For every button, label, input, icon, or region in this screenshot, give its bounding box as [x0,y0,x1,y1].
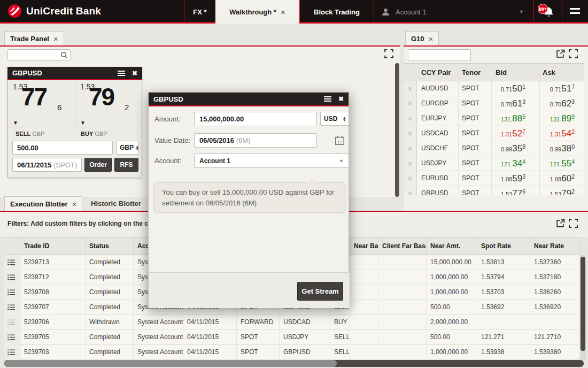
row-actions-icon[interactable] [4,270,20,285]
close-icon[interactable]: × [281,7,285,17]
blotter-cell-spot_rate [477,315,530,330]
row-actions-icon[interactable] [4,255,20,270]
sell-price-tile[interactable]: 1.53 77 6 ▼ [8,80,75,127]
blotter-cell-spot_rate: 121.271 [477,330,530,345]
order-button[interactable]: Order [84,158,112,172]
blotter-column-header-near_rate[interactable]: Near Rate [530,237,580,256]
amount-input[interactable]: 500.00 [12,141,113,155]
popout-icon[interactable] [556,219,565,228]
blotter-column-header-spot_rate[interactable]: Spot Rate [477,237,530,256]
g10-ask-cell[interactable]: 1.53792 [540,186,584,195]
g10-ask-cell[interactable]: 0.70623 [540,96,584,111]
g10-bid-cell[interactable]: 131.885 [492,111,540,126]
tab-trade-panel[interactable]: Trade Panel × [4,31,64,46]
g10-bid-cell[interactable]: 121.344 [492,156,540,171]
g10-bid-cell[interactable]: 0.70613 [492,96,540,111]
blotter-column-header-status[interactable]: Status [86,237,134,256]
blotter-column-header-near_base[interactable]: Near Base [350,237,378,256]
g10-bid-cell[interactable]: 1.53776 [492,186,540,195]
popout-icon[interactable] [556,49,565,58]
g10-column-header-ask[interactable]: Ask [543,68,555,76]
blotter-vertical-scrollbar[interactable] [581,257,585,351]
remove-row-icon[interactable]: × [404,156,417,171]
fullscreen-icon[interactable] [569,49,578,58]
g10-bid-cell[interactable]: 0.71501 [492,81,540,96]
topbar-tab-walkthrough-label: Walkthrough * [229,8,276,16]
row-actions-icon[interactable] [4,345,20,360]
g10-ask-price: 1.53792 [550,190,575,195]
widget-close-icon[interactable]: ✖ [132,70,137,77]
get-stream-button[interactable]: Get Stream [297,282,343,301]
g10-ask-cell[interactable]: 1.08602 [540,171,584,186]
topbar-tab-walkthrough[interactable]: Walkthrough * × [215,0,299,24]
remove-row-icon[interactable]: × [404,126,417,141]
g10-ask-cell[interactable]: 121.554 [540,156,584,171]
row-actions-icon[interactable] [4,300,20,315]
amount-label: Amount: [154,115,180,123]
instrument-search-input[interactable] [7,49,71,60]
blotter-cell-near_base [350,315,378,330]
g10-rates-table: CCY PairTenorBidAsk×AUDUSDSPOT0.715010.7… [404,63,584,195]
blotter-cell-trade_id: 5239703 [20,345,86,360]
tab-historic-blotter[interactable]: Historic Blotter [86,196,146,211]
remove-row-icon[interactable]: × [404,171,417,186]
remove-row-icon[interactable]: × [404,96,417,111]
account-dropdown[interactable]: Account 1 ▼ [374,0,533,24]
blotter-horizontal-scrollbar[interactable] [4,360,337,367]
blotter-cell-trade_id: 5239712 [20,270,86,285]
g10-ccy-pair: USDJPY [417,156,459,171]
dialog-value-date-input[interactable]: 06/05/2016 (6M) [194,133,317,148]
g10-bid-cell[interactable]: 1.08593 [492,171,540,186]
dialog-account-select[interactable]: Account 1 ▼ [194,154,349,168]
dialog-close-icon[interactable]: ✖ [338,95,344,103]
accent-divider [404,45,588,47]
main-menu-button[interactable] [562,0,588,24]
remove-row-icon[interactable]: × [404,186,417,195]
g10-ask-cell[interactable]: 1.31542 [540,126,584,141]
blotter-cell-side: SELL [330,330,350,345]
calendar-icon[interactable]: 17 [335,135,345,145]
dialog-header[interactable]: GBPUSD ✖ [149,93,349,106]
g10-column-header-pair[interactable]: CCY Pair [421,68,451,76]
remove-row-icon[interactable]: × [404,111,417,126]
chevron-down-icon: ▼ [339,158,344,164]
dialog-menu-icon[interactable] [324,96,331,102]
tab-execution-blotter[interactable]: Execution Blotter × [4,196,82,211]
fullscreen-icon[interactable] [384,49,393,58]
g10-column-header-bid[interactable]: Bid [496,68,507,76]
notifications-button[interactable]: 99+ [533,0,562,24]
widget-menu-icon[interactable] [118,71,125,76]
value-date-input[interactable]: 06/11/2015 (SPOT) [12,158,82,172]
rfs-button[interactable]: RFS [114,158,138,172]
g10-ask-cell[interactable]: 0.71517 [540,81,584,96]
g10-bid-cell[interactable]: 0.99358 [492,141,540,156]
buy-price-tile[interactable]: 1.53 79 2 ▼ [75,80,142,127]
blotter-column-header-icon[interactable] [4,237,20,256]
blotter-column-header-trade_id[interactable]: Trade ID [20,237,86,256]
blotter-cell-client_far_base [378,255,427,270]
row-actions-icon[interactable] [4,285,20,300]
close-icon[interactable]: × [53,34,58,43]
blotter-column-header-near_amt[interactable]: Near Amt. [427,237,477,256]
stepper-arrows-icon: ▴▾ [136,145,138,150]
dialog-currency-stepper[interactable]: USD ▴▾ [320,112,349,126]
topbar-tab-fx[interactable]: FX * [184,0,215,24]
tab-g10[interactable]: G10 × [405,31,439,46]
fullscreen-icon[interactable] [569,219,578,228]
stepper-arrows-icon: ▴▾ [343,116,345,121]
blotter-column-header-client_far_base[interactable]: Client Far Base [378,237,427,256]
g10-bid-cell[interactable]: 1.31527 [492,126,540,141]
close-icon[interactable]: × [429,34,434,43]
remove-row-icon[interactable]: × [404,141,417,156]
g10-column-header-tenor[interactable]: Tenor [462,68,481,76]
dialog-amount-input[interactable]: 15,000,000.00 [194,112,317,126]
remove-row-icon[interactable]: × [404,81,417,96]
row-actions-icon[interactable] [4,330,20,345]
g10-ask-cell[interactable]: 0.99380 [540,141,584,156]
close-icon[interactable]: × [72,200,77,209]
topbar-tab-block-trading[interactable]: Block Trading [299,0,374,24]
currency-stepper[interactable]: GBP ▴▾ [116,141,138,155]
trade-panel-scrollbar[interactable] [395,63,399,197]
g10-ask-cell[interactable]: 131.899 [540,111,584,126]
g10-search-input[interactable] [408,49,471,60]
